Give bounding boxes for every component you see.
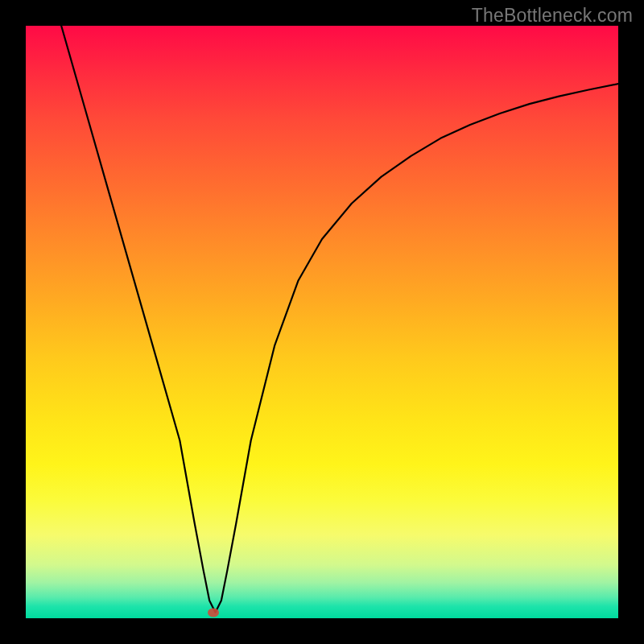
curve-svg bbox=[26, 26, 618, 618]
plot-area bbox=[26, 26, 618, 618]
watermark-text: TheBottleneck.com bbox=[472, 5, 633, 27]
minimum-marker bbox=[208, 608, 219, 617]
